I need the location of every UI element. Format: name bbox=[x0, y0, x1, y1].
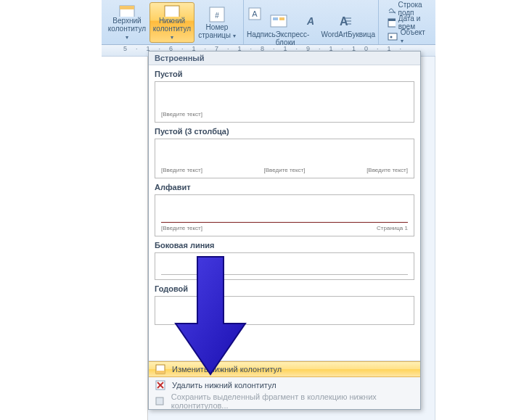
textbox-label: Надпись bbox=[247, 30, 276, 46]
gallery-category-header: Встроенный bbox=[149, 52, 420, 65]
header-button[interactable]: Верхний колонтитул ▾ bbox=[105, 2, 149, 43]
svg-point-20 bbox=[390, 36, 393, 38]
wordart-label: WordArt bbox=[321, 30, 348, 46]
save-selection-menuitem: Сохранить выделенный фрагмент в коллекци… bbox=[149, 393, 420, 409]
preview-placeholder: [Введите текст] bbox=[366, 167, 408, 173]
preview-pagenum: Страница 1 bbox=[377, 225, 408, 231]
svg-rect-22 bbox=[156, 371, 165, 374]
chevron-down-icon: ▾ bbox=[233, 33, 236, 39]
svg-text:#: # bbox=[215, 12, 219, 20]
gallery-item-title: Годовой bbox=[155, 284, 416, 293]
page-number-icon: # bbox=[207, 6, 227, 23]
gallery-preview bbox=[155, 296, 414, 325]
preview-placeholder: [Введите текст] bbox=[161, 225, 202, 231]
edit-footer-label: Изменить нижний колонтитул bbox=[172, 365, 282, 374]
chevron-down-icon: ▾ bbox=[126, 34, 128, 41]
wordart-icon: A bbox=[300, 13, 321, 29]
gallery-item-title: Боковая линия bbox=[155, 241, 416, 250]
document-area bbox=[102, 57, 148, 420]
chevron-down-icon: ▾ bbox=[171, 34, 173, 41]
dropcap-icon: A bbox=[332, 13, 353, 29]
gallery-item-3cols[interactable]: Пустой (3 столбца) [Введите текст] [Введ… bbox=[153, 127, 416, 178]
gallery-item-empty[interactable]: Пустой [Введите текст] bbox=[153, 70, 416, 123]
quickparts-icon bbox=[269, 13, 289, 29]
calendar-icon bbox=[388, 17, 396, 28]
gallery-preview: [Введите текст] [Введите текст] [Введите… bbox=[155, 139, 414, 178]
edit-icon bbox=[155, 363, 166, 375]
preview-placeholder: [Введите текст] bbox=[161, 167, 202, 173]
object-button[interactable]: Объект ▾ bbox=[385, 30, 433, 42]
page-number-button[interactable]: # Номер страницы ▾ bbox=[194, 2, 239, 43]
pagenum-label-1: Номер bbox=[206, 23, 229, 31]
textbox-icon: A bbox=[248, 7, 261, 20]
gallery-item-annual[interactable]: Годовой bbox=[153, 284, 416, 325]
remove-footer-label: Удалить нижний колонтитул bbox=[172, 381, 276, 390]
page-header-icon bbox=[117, 4, 137, 17]
footer-gallery-panel: Встроенный Пустой [Введите текст] Пустой… bbox=[148, 51, 421, 410]
object-label: Объект bbox=[401, 28, 425, 36]
remove-footer-menuitem[interactable]: Удалить нижний колонтитул bbox=[149, 377, 420, 393]
gallery-actions: Изменить нижний колонтитул Удалить нижни… bbox=[149, 361, 420, 409]
quickparts-label: Экспресс-блоки bbox=[276, 30, 321, 46]
save-selection-label: Сохранить выделенный фрагмент в коллекци… bbox=[171, 392, 414, 410]
footer-button[interactable]: Нижний колонтитул ▾ bbox=[149, 2, 194, 43]
preview-placeholder: [Введите текст] bbox=[264, 167, 306, 173]
svg-rect-18 bbox=[388, 19, 396, 21]
gallery-preview: [Введите текст] Страница 1 bbox=[155, 194, 414, 236]
signature-line-button[interactable]: Строка подп bbox=[385, 2, 433, 15]
svg-rect-9 bbox=[273, 17, 278, 20]
save-icon bbox=[155, 395, 165, 407]
dropcap-label: Буквица bbox=[348, 30, 375, 46]
datetime-button[interactable]: Дата и врем bbox=[385, 16, 433, 28]
gallery-item-title: Пустой (3 столбца) bbox=[155, 127, 416, 136]
gallery-item-title: Пустой bbox=[155, 70, 416, 78]
gallery-list[interactable]: Пустой [Введите текст] Пустой (3 столбца… bbox=[149, 65, 420, 361]
header-label-2: колонтитул bbox=[108, 25, 146, 33]
svg-text:A: A bbox=[306, 15, 314, 27]
gallery-item-sideline[interactable]: Боковая линия bbox=[153, 241, 416, 280]
signature-icon bbox=[388, 4, 396, 14]
preview-placeholder: [Введите текст] bbox=[161, 111, 202, 118]
svg-rect-2 bbox=[165, 6, 179, 17]
svg-text:A: A bbox=[252, 9, 258, 18]
gallery-preview: [Введите текст] bbox=[155, 81, 414, 123]
svg-rect-10 bbox=[279, 17, 284, 20]
header-label-1: Верхний bbox=[112, 17, 141, 25]
page-footer-icon bbox=[162, 4, 182, 17]
gallery-item-title: Алфавит bbox=[155, 183, 416, 192]
pagenum-label-2: страницы bbox=[198, 31, 231, 39]
ribbon: Верхний колонтитул ▾ Нижний колонтитул ▾… bbox=[102, 0, 435, 45]
textbox-button[interactable]: A bbox=[247, 0, 263, 29]
edit-footer-menuitem[interactable]: Изменить нижний колонтитул bbox=[149, 361, 420, 377]
gallery-item-alphabet[interactable]: Алфавит [Введите текст] Страница 1 bbox=[153, 183, 416, 236]
svg-rect-8 bbox=[271, 15, 287, 27]
delete-icon bbox=[155, 379, 166, 391]
svg-rect-1 bbox=[120, 6, 134, 9]
chevron-down-icon: ▾ bbox=[401, 38, 403, 44]
gallery-preview bbox=[155, 252, 414, 280]
object-icon bbox=[388, 31, 398, 41]
svg-rect-19 bbox=[388, 33, 397, 40]
footer-label-1: Нижний bbox=[159, 17, 185, 25]
footer-label-2: колонтитул bbox=[153, 25, 191, 33]
svg-rect-26 bbox=[156, 398, 163, 405]
